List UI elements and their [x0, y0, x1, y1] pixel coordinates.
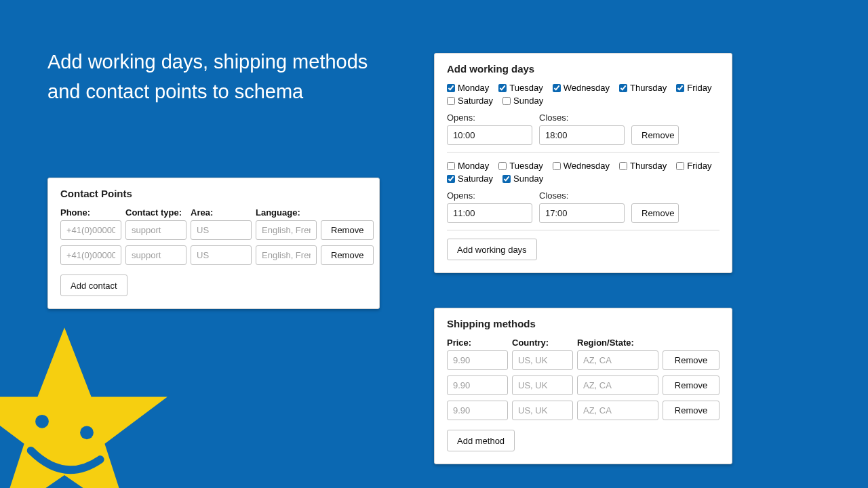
contact-area-input[interactable] — [191, 220, 252, 240]
day-wednesday-label: Wednesday — [564, 161, 610, 171]
divider — [447, 230, 719, 230]
contact-points-card: Contact Points Phone: Contact type: Area… — [47, 178, 380, 309]
working-remove-button[interactable]: Remove — [631, 125, 679, 145]
contact-header-area: Area: — [191, 207, 252, 218]
day-thursday-label: Thursday — [630, 83, 667, 93]
shipping-country-input[interactable] — [512, 350, 573, 370]
day-tuesday-label: Tuesday — [509, 161, 542, 171]
shipping-region-input[interactable] — [577, 350, 658, 370]
shipping-country-input[interactable] — [512, 375, 573, 395]
day-thursday-checkbox[interactable] — [619, 84, 627, 92]
contact-title: Contact Points — [60, 188, 367, 199]
day-wednesday-checkbox[interactable] — [553, 162, 561, 170]
day-saturday-label: Saturday — [458, 174, 493, 184]
closes-label: Closes: — [539, 113, 625, 123]
shipping-methods-card: Shipping methods Price: Country: Region/… — [434, 308, 732, 464]
day-tuesday-checkbox[interactable] — [498, 162, 507, 170]
day-monday-label: Monday — [458, 161, 489, 171]
day-friday-checkbox[interactable] — [676, 162, 684, 170]
contact-area-input[interactable] — [191, 245, 252, 265]
day-sunday-checkbox[interactable] — [502, 97, 511, 105]
add-contact-button[interactable]: Add contact — [60, 274, 127, 296]
working-days-group: Monday Tuesday Wednesday Thursday Friday… — [447, 83, 719, 106]
contact-type-input[interactable] — [125, 245, 186, 265]
svg-point-2 — [80, 426, 94, 439]
contact-remove-button[interactable]: Remove — [321, 220, 374, 240]
shipping-header-country: Country: — [512, 338, 573, 348]
day-wednesday-label: Wednesday — [564, 83, 610, 93]
day-friday-checkbox[interactable] — [676, 84, 684, 92]
working-remove-button[interactable]: Remove — [631, 203, 679, 223]
contact-language-input[interactable] — [256, 220, 317, 240]
contact-language-input[interactable] — [256, 245, 317, 265]
day-saturday-label: Saturday — [458, 96, 493, 106]
day-sunday-checkbox[interactable] — [502, 175, 511, 183]
shipping-title: Shipping methods — [447, 318, 719, 329]
closes-input[interactable] — [539, 125, 625, 145]
working-days-card: Add working days Monday Tuesday Wednesda… — [434, 53, 732, 273]
day-friday-label: Friday — [687, 83, 711, 93]
day-tuesday-checkbox[interactable] — [498, 84, 507, 92]
shipping-remove-button[interactable]: Remove — [663, 375, 719, 395]
opens-label: Opens: — [447, 113, 532, 123]
contact-remove-button[interactable]: Remove — [321, 245, 374, 265]
add-method-button[interactable]: Add method — [447, 430, 515, 451]
day-thursday-label: Thursday — [630, 161, 667, 171]
divider — [447, 152, 719, 152]
shipping-remove-button[interactable]: Remove — [663, 350, 719, 370]
opens-input[interactable] — [447, 203, 532, 223]
day-sunday-label: Sunday — [513, 174, 543, 184]
day-monday-checkbox[interactable] — [447, 162, 455, 170]
day-monday-label: Monday — [458, 83, 489, 93]
shipping-region-input[interactable] — [577, 375, 658, 395]
shipping-region-input[interactable] — [577, 401, 658, 420]
working-title: Add working days — [447, 63, 719, 75]
svg-point-1 — [35, 415, 49, 428]
day-saturday-checkbox[interactable] — [447, 175, 455, 183]
shipping-header-region: Region/State: — [577, 338, 658, 348]
day-thursday-checkbox[interactable] — [619, 162, 627, 170]
closes-input[interactable] — [539, 203, 625, 223]
working-days-group: Monday Tuesday Wednesday Thursday Friday… — [447, 161, 719, 184]
opens-input[interactable] — [447, 125, 532, 145]
day-sunday-label: Sunday — [513, 96, 543, 106]
contact-header-phone: Phone: — [60, 207, 121, 218]
day-tuesday-label: Tuesday — [509, 83, 542, 93]
shipping-country-input[interactable] — [512, 401, 573, 420]
shipping-header-price: Price: — [447, 338, 508, 348]
shipping-price-input[interactable] — [447, 350, 508, 370]
shipping-price-input[interactable] — [447, 401, 508, 420]
page-headline: Add working days, shipping methods and c… — [47, 47, 387, 106]
shipping-remove-button[interactable]: Remove — [663, 401, 719, 420]
contact-type-input[interactable] — [125, 220, 186, 240]
contact-header-language: Language: — [256, 207, 317, 218]
contact-header-type: Contact type: — [125, 207, 186, 218]
day-friday-label: Friday — [687, 161, 711, 171]
star-mascot-icon — [0, 319, 176, 488]
add-working-days-button[interactable]: Add working days — [447, 239, 537, 260]
closes-label: Closes: — [539, 190, 625, 201]
day-saturday-checkbox[interactable] — [447, 97, 455, 105]
opens-label: Opens: — [447, 190, 532, 201]
contact-phone-input[interactable] — [60, 220, 121, 240]
day-wednesday-checkbox[interactable] — [553, 84, 561, 92]
contact-phone-input[interactable] — [60, 245, 121, 265]
day-monday-checkbox[interactable] — [447, 84, 455, 92]
shipping-price-input[interactable] — [447, 375, 508, 395]
